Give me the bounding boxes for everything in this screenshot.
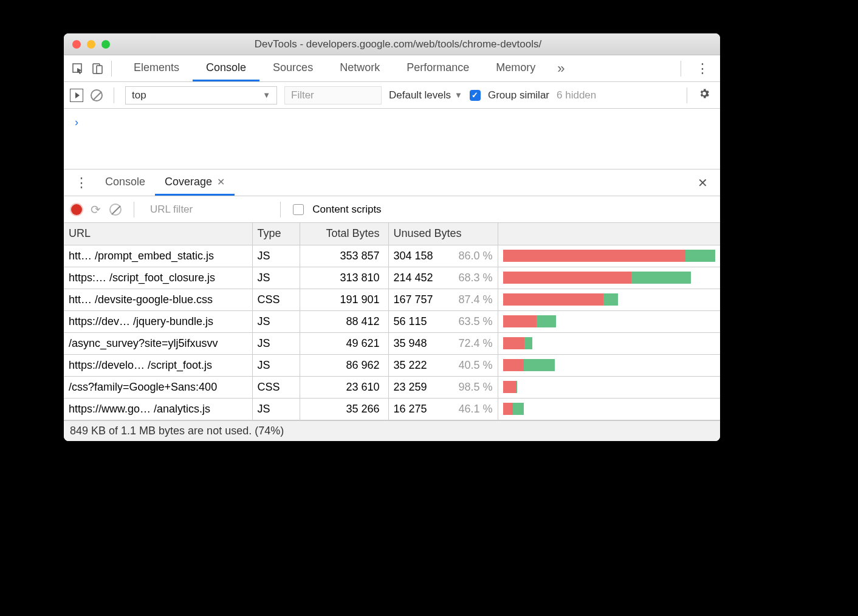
coverage-toolbar: ⟳ URL filter Content scripts xyxy=(64,196,720,223)
bar-used xyxy=(603,293,618,306)
tab-sources[interactable]: Sources xyxy=(259,55,326,81)
tab-memory[interactable]: Memory xyxy=(482,55,549,81)
content-scripts-checkbox[interactable] xyxy=(293,204,304,215)
console-body[interactable]: › xyxy=(64,109,720,169)
table-row[interactable]: htt… /prompt_embed_static.jsJS353 857304… xyxy=(64,245,720,267)
bar-unused xyxy=(503,381,517,393)
table-row[interactable]: /async_survey?site=ylj5ifxusvvJS49 62135… xyxy=(64,332,720,354)
cell-total-bytes: 191 901 xyxy=(300,289,388,310)
context-label: top xyxy=(132,89,146,101)
table-row[interactable]: htt… /devsite-google-blue.cssCSS191 9011… xyxy=(64,289,720,310)
context-selector[interactable]: top ▼ xyxy=(125,86,277,104)
cell-usage-bar xyxy=(498,267,720,289)
table-row[interactable]: https:… /script_foot_closure.jsJS313 810… xyxy=(64,267,720,289)
bar-unused xyxy=(503,250,685,262)
record-button[interactable] xyxy=(71,204,82,215)
coverage-status-bar: 849 KB of 1.1 MB bytes are not used. (74… xyxy=(64,420,720,441)
console-settings-icon[interactable] xyxy=(698,87,714,103)
tab-console[interactable]: Console xyxy=(193,55,259,81)
device-toolbar-icon[interactable] xyxy=(88,60,106,78)
cell-total-bytes: 353 857 xyxy=(300,245,388,267)
close-window-button[interactable] xyxy=(72,40,81,49)
col-header-total[interactable]: Total Bytes xyxy=(300,223,388,245)
cell-usage-bar xyxy=(498,310,720,332)
divider xyxy=(687,87,687,103)
console-filter-input[interactable]: Filter xyxy=(284,86,382,104)
cell-type: JS xyxy=(252,332,300,354)
cell-usage-bar xyxy=(498,289,720,310)
cell-unused-bytes: 16 27546.1 % xyxy=(388,398,498,420)
tab-performance[interactable]: Performance xyxy=(393,55,482,81)
url-filter-input[interactable]: URL filter xyxy=(146,204,193,216)
cell-type: JS xyxy=(252,354,300,376)
divider xyxy=(681,61,681,77)
bar-unused xyxy=(503,272,632,284)
hidden-count[interactable]: 6 hidden xyxy=(557,89,596,101)
col-header-type[interactable]: Type xyxy=(252,223,300,245)
cell-unused-bytes: 56 11563.5 % xyxy=(388,310,498,332)
tab-network[interactable]: Network xyxy=(326,55,393,81)
divider xyxy=(280,202,281,217)
cell-url: https://dev… /jquery-bundle.js xyxy=(64,310,252,332)
col-header-bar[interactable] xyxy=(498,223,720,245)
bar-unused xyxy=(503,315,537,327)
cell-url: /async_survey?site=ylj5ifxusvv xyxy=(64,332,252,354)
bar-used xyxy=(685,250,715,262)
cell-url: https:… /script_foot_closure.js xyxy=(64,267,252,289)
group-similar-checkbox[interactable]: ✓ xyxy=(470,90,481,101)
clear-console-icon[interactable] xyxy=(91,89,103,101)
chevron-down-icon: ▼ xyxy=(263,91,270,100)
cell-unused-bytes: 35 94872.4 % xyxy=(388,332,498,354)
col-header-url[interactable]: URL xyxy=(64,223,252,245)
drawer-tab-bar: ⋮ ConsoleCoverage✕ ✕ xyxy=(64,169,720,196)
svg-rect-2 xyxy=(97,66,102,74)
drawer-close-button[interactable]: ✕ xyxy=(689,176,716,190)
table-row[interactable]: https://develo… /script_foot.jsJS86 9623… xyxy=(64,354,720,376)
cell-url: https://develo… /script_foot.js xyxy=(64,354,252,376)
drawer-tab-console[interactable]: Console xyxy=(95,169,155,196)
bar-unused xyxy=(503,359,524,371)
cell-usage-bar xyxy=(498,376,720,398)
bar-used xyxy=(513,403,524,415)
bar-used xyxy=(524,337,533,349)
cell-total-bytes: 313 810 xyxy=(300,267,388,289)
divider xyxy=(114,87,114,103)
bar-unused xyxy=(503,337,524,349)
divider xyxy=(111,61,112,77)
execution-context-icon[interactable] xyxy=(70,89,83,102)
cell-url: htt… /prompt_embed_static.js xyxy=(64,245,252,267)
table-row[interactable]: https://dev… /jquery-bundle.jsJS88 41256… xyxy=(64,310,720,332)
cell-type: JS xyxy=(252,398,300,420)
log-levels-selector[interactable]: Default levels ▼ xyxy=(389,89,462,101)
cell-total-bytes: 49 621 xyxy=(300,332,388,354)
main-tab-bar: ElementsConsoleSourcesNetworkPerformance… xyxy=(64,55,720,82)
cell-usage-bar xyxy=(498,332,720,354)
content-scripts-label: Content scripts xyxy=(312,204,381,216)
table-header-row: URL Type Total Bytes Unused Bytes xyxy=(64,223,720,245)
window-title: DevTools - developers.google.com/web/too… xyxy=(118,38,720,50)
levels-label: Default levels xyxy=(389,89,451,101)
drawer-tab-coverage[interactable]: Coverage✕ xyxy=(155,169,235,196)
close-icon[interactable]: ✕ xyxy=(217,176,225,188)
inspect-element-icon[interactable] xyxy=(69,60,87,78)
bar-unused xyxy=(503,293,604,306)
bar-unused xyxy=(503,403,513,415)
zoom-window-button[interactable] xyxy=(101,40,110,49)
cell-type: CSS xyxy=(252,376,300,398)
devtools-window: DevTools - developers.google.com/web/too… xyxy=(64,33,720,441)
clear-coverage-icon[interactable] xyxy=(109,204,122,216)
cell-unused-bytes: 304 15886.0 % xyxy=(388,245,498,267)
cell-total-bytes: 88 412 xyxy=(300,310,388,332)
drawer-menu-button[interactable]: ⋮ xyxy=(67,175,95,191)
tabs-overflow-button[interactable]: » xyxy=(549,61,573,77)
table-row[interactable]: https://www.go… /analytics.jsJS35 26616 … xyxy=(64,398,720,420)
table-row[interactable]: /css?family=Google+Sans:400CSS23 61023 2… xyxy=(64,376,720,398)
tab-elements[interactable]: Elements xyxy=(120,55,193,81)
cell-total-bytes: 23 610 xyxy=(300,376,388,398)
minimize-window-button[interactable] xyxy=(87,40,95,49)
more-options-button[interactable]: ⋮ xyxy=(685,61,720,77)
filter-placeholder: Filter xyxy=(291,89,314,101)
reload-icon[interactable]: ⟳ xyxy=(91,202,101,217)
group-similar-label: Group similar xyxy=(488,89,549,101)
col-header-unused[interactable]: Unused Bytes xyxy=(388,223,498,245)
